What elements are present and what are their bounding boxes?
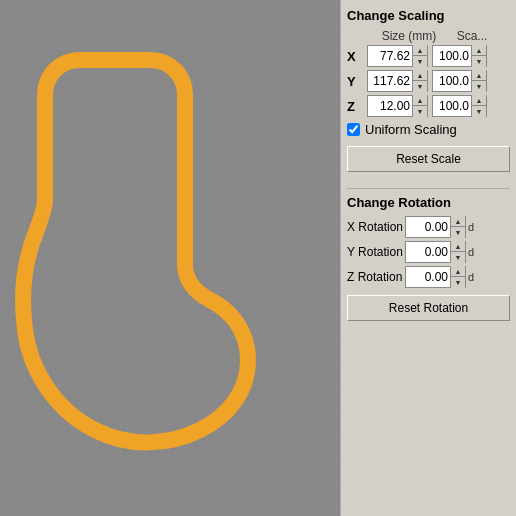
x-size-spinner[interactable]: ▲ ▼ bbox=[367, 45, 428, 67]
y-size-up-btn[interactable]: ▲ bbox=[413, 70, 427, 81]
scaling-title: Change Scaling bbox=[347, 8, 510, 23]
y-rot-down-btn[interactable]: ▼ bbox=[451, 252, 465, 263]
reset-rotation-button[interactable]: Reset Rotation bbox=[347, 295, 510, 321]
z-rotation-row: Z Rotation ▲ ▼ d bbox=[347, 266, 510, 288]
z-axis-label: Z bbox=[347, 99, 367, 114]
x-scale-down-btn[interactable]: ▼ bbox=[472, 56, 486, 67]
z-scale-input[interactable] bbox=[433, 99, 471, 113]
x-rot-down-btn[interactable]: ▼ bbox=[451, 227, 465, 238]
reset-scale-button[interactable]: Reset Scale bbox=[347, 146, 510, 172]
x-rotation-row: X Rotation ▲ ▼ d bbox=[347, 216, 510, 238]
uniform-scaling-label[interactable]: Uniform Scaling bbox=[365, 122, 457, 137]
z-size-input[interactable] bbox=[368, 99, 412, 113]
x-scale-spin-buttons: ▲ ▼ bbox=[471, 45, 486, 67]
z-rot-up-btn[interactable]: ▲ bbox=[451, 266, 465, 277]
uniform-scaling-checkbox[interactable] bbox=[347, 123, 360, 136]
rotation-section: Change Rotation X Rotation ▲ ▼ d Y Rotat… bbox=[347, 195, 510, 331]
size-col-header: Size (mm) bbox=[375, 29, 443, 43]
viewport[interactable] bbox=[0, 0, 340, 516]
x-size-down-btn[interactable]: ▼ bbox=[413, 56, 427, 67]
y-scale-spinner[interactable]: ▲ ▼ bbox=[432, 70, 487, 92]
z-scale-spinner[interactable]: ▲ ▼ bbox=[432, 95, 487, 117]
y-rotation-unit: d bbox=[468, 246, 474, 258]
x-rotation-unit: d bbox=[468, 221, 474, 233]
right-panel: Change Scaling Size (mm) Sca... X ▲ ▼ ▲ bbox=[340, 0, 516, 516]
x-scaling-row: X ▲ ▼ ▲ ▼ bbox=[347, 45, 510, 67]
x-rotation-input[interactable] bbox=[406, 220, 450, 234]
z-rotation-spinner[interactable]: ▲ ▼ bbox=[405, 266, 466, 288]
y-rot-up-btn[interactable]: ▲ bbox=[451, 241, 465, 252]
z-rot-down-btn[interactable]: ▼ bbox=[451, 277, 465, 288]
z-size-spinner[interactable]: ▲ ▼ bbox=[367, 95, 428, 117]
y-scale-down-btn[interactable]: ▼ bbox=[472, 81, 486, 92]
x-scale-spinner[interactable]: ▲ ▼ bbox=[432, 45, 487, 67]
z-rotation-unit: d bbox=[468, 271, 474, 283]
y-rotation-input[interactable] bbox=[406, 245, 450, 259]
z-rotation-label: Z Rotation bbox=[347, 270, 405, 284]
y-scale-up-btn[interactable]: ▲ bbox=[472, 70, 486, 81]
section-divider bbox=[347, 188, 510, 189]
x-scale-up-btn[interactable]: ▲ bbox=[472, 45, 486, 56]
z-scale-spin-buttons: ▲ ▼ bbox=[471, 95, 486, 117]
z-scale-up-btn[interactable]: ▲ bbox=[472, 95, 486, 106]
y-scale-input[interactable] bbox=[433, 74, 471, 88]
y-size-spinner[interactable]: ▲ ▼ bbox=[367, 70, 428, 92]
y-size-input[interactable] bbox=[368, 74, 412, 88]
x-rotation-spin-buttons: ▲ ▼ bbox=[450, 216, 465, 238]
z-rotation-input[interactable] bbox=[406, 270, 450, 284]
y-rotation-spinner[interactable]: ▲ ▼ bbox=[405, 241, 466, 263]
y-scale-spin-buttons: ▲ ▼ bbox=[471, 70, 486, 92]
y-size-down-btn[interactable]: ▼ bbox=[413, 81, 427, 92]
y-scaling-row: Y ▲ ▼ ▲ ▼ bbox=[347, 70, 510, 92]
z-size-up-btn[interactable]: ▲ bbox=[413, 95, 427, 106]
uniform-scaling-row: Uniform Scaling bbox=[347, 122, 510, 137]
scale-col-header: Sca... bbox=[447, 29, 497, 43]
x-axis-label: X bbox=[347, 49, 367, 64]
x-size-input[interactable] bbox=[368, 49, 412, 63]
x-rot-up-btn[interactable]: ▲ bbox=[451, 216, 465, 227]
z-size-spin-buttons: ▲ ▼ bbox=[412, 95, 427, 117]
y-size-spin-buttons: ▲ ▼ bbox=[412, 70, 427, 92]
x-scale-input[interactable] bbox=[433, 49, 471, 63]
x-size-spin-buttons: ▲ ▼ bbox=[412, 45, 427, 67]
y-rotation-spin-buttons: ▲ ▼ bbox=[450, 241, 465, 263]
z-size-down-btn[interactable]: ▼ bbox=[413, 106, 427, 117]
y-rotation-row: Y Rotation ▲ ▼ d bbox=[347, 241, 510, 263]
z-scale-down-btn[interactable]: ▼ bbox=[472, 106, 486, 117]
y-axis-label: Y bbox=[347, 74, 367, 89]
z-rotation-spin-buttons: ▲ ▼ bbox=[450, 266, 465, 288]
x-rotation-label: X Rotation bbox=[347, 220, 405, 234]
column-headers: Size (mm) Sca... bbox=[347, 29, 510, 43]
scaling-section: Change Scaling Size (mm) Sca... X ▲ ▼ ▲ bbox=[347, 8, 510, 182]
z-scaling-row: Z ▲ ▼ ▲ ▼ bbox=[347, 95, 510, 117]
rotation-title: Change Rotation bbox=[347, 195, 510, 210]
y-rotation-label: Y Rotation bbox=[347, 245, 405, 259]
x-size-up-btn[interactable]: ▲ bbox=[413, 45, 427, 56]
x-rotation-spinner[interactable]: ▲ ▼ bbox=[405, 216, 466, 238]
